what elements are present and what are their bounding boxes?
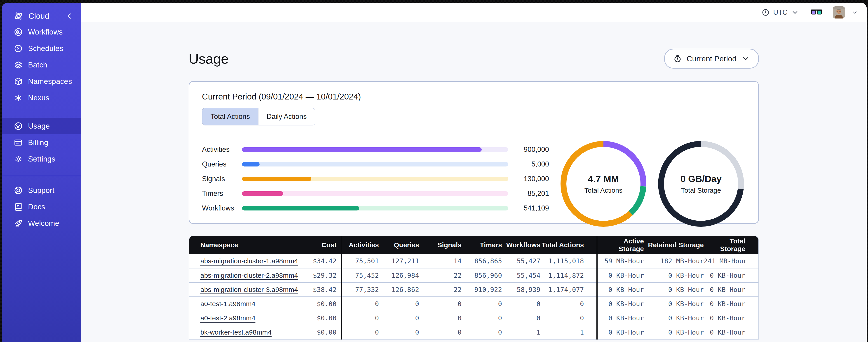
bar-value: 541,109	[515, 204, 549, 212]
sidebar-item-label: Nexus	[28, 94, 50, 102]
bar-track	[242, 147, 508, 152]
table-row: abs-migration-cluster-2.a98mm4$29.3275,4…	[189, 268, 759, 282]
cell-workflows: 0	[502, 311, 540, 325]
cell-total-storage: 241 MB-Hour	[704, 254, 759, 268]
cell-total-actions: 0	[540, 297, 597, 311]
table-row: abs-migration-cluster-1.a98mm4$34.4275,5…	[189, 254, 759, 268]
welcome-icon	[13, 218, 23, 228]
bar-fill	[242, 191, 283, 196]
sidebar-item-label: Billing	[28, 138, 48, 147]
sidebar-item-schedules[interactable]: Schedules	[2, 40, 81, 57]
bar-track	[242, 177, 508, 181]
donut-chart-total-storage: 0 GB/Day Total Storage	[657, 140, 745, 228]
sidebar-item-nexus[interactable]: Nexus	[2, 90, 81, 106]
feedback-glasses-button[interactable]	[811, 8, 823, 17]
content: Usage Current Period Current Period (09/…	[81, 22, 867, 342]
cell-timers: 0	[462, 325, 502, 339]
cell-active-storage: 0 KB-Hour	[597, 268, 644, 282]
support-icon	[13, 186, 23, 195]
cell-total-actions: 1,114,872	[540, 268, 597, 282]
namespace-link[interactable]: abs-migration-cluster-2.a98mm4	[200, 272, 298, 279]
sidebar-item-label: Docs	[28, 203, 45, 211]
avatar[interactable]	[833, 6, 845, 19]
namespace-usage-table-card: NamespaceCostActivitiesQueriesSignalsTim…	[189, 236, 759, 340]
cell-workflows: 55,454	[502, 268, 540, 282]
sidebar-item-welcome[interactable]: Welcome	[2, 215, 81, 232]
cell-workflows: 0	[502, 297, 540, 311]
bar-value: 900,000	[515, 145, 549, 153]
sidebar-item-label: Settings	[28, 155, 55, 163]
cell-cost: $0.00	[286, 297, 342, 311]
cell-workflows: 55,427	[502, 254, 540, 268]
actions-tab-group: Total Actions Daily Actions	[202, 108, 315, 126]
period-dropdown-button[interactable]: Current Period	[664, 49, 759, 69]
sidebar-item-namespaces[interactable]: Namespaces	[2, 73, 81, 90]
cell-timers: 910,922	[462, 282, 502, 297]
bar-row-timers: Timers 85,201	[202, 191, 549, 196]
brand-label: Cloud	[28, 11, 65, 21]
cell-workflows: 1	[502, 325, 540, 339]
bar-fill	[242, 162, 259, 167]
cell-retained-storage: 0 KB-Hour	[644, 297, 704, 311]
bar-label: Activities	[202, 145, 242, 153]
sidebar-item-settings[interactable]: Settings	[2, 151, 81, 167]
cell-retained-storage: 0 KB-Hour	[644, 282, 704, 297]
donut-value: 0 GB/Day	[680, 174, 722, 184]
cell-retained-storage: 182 MB-Hour	[644, 254, 704, 268]
cell-retained-storage: 0 KB-Hour	[644, 268, 704, 282]
cell-queries: 127,211	[379, 254, 419, 268]
bar-row-activities: Activities 900,000	[202, 147, 549, 152]
sidebar-item-label: Usage	[28, 122, 50, 130]
cell-signals: 0	[419, 311, 462, 325]
table-row: a0-test-2.a98mm4$0.000000000 KB-Hour0 KB…	[189, 311, 759, 325]
namespace-link[interactable]: bk-worker-test.a98mm4	[200, 329, 272, 336]
cell-retained-storage: 0 KB-Hour	[644, 311, 704, 325]
tab-total-actions[interactable]: Total Actions	[203, 108, 258, 125]
user-menu-chevron-icon[interactable]	[851, 9, 858, 16]
docs-icon	[13, 202, 23, 212]
sidebar-item-usage[interactable]: Usage	[2, 118, 81, 134]
tab-daily-actions[interactable]: Daily Actions	[258, 108, 315, 125]
namespace-link[interactable]: a0-test-1.a98mm4	[200, 300, 255, 307]
column-header-timers: Timers	[462, 236, 502, 254]
batch-icon	[13, 60, 23, 70]
cell-activities: 0	[342, 325, 379, 339]
sidebar-item-batch[interactable]: Batch	[2, 57, 81, 73]
cell-total-actions: 0	[540, 311, 597, 325]
bar-value: 85,201	[515, 190, 549, 198]
nexus-icon	[13, 93, 23, 103]
page-title: Usage	[189, 51, 229, 67]
timezone-selector[interactable]: UTC	[762, 8, 799, 17]
usage-donut-charts: 4.7 MM Total Actions 0 GB/Day Total Stor…	[559, 140, 745, 228]
namespace-cell: abs-migration-cluster-3.a98mm4	[189, 282, 286, 297]
sidebar-collapse-button[interactable]	[65, 11, 74, 21]
bar-track	[242, 191, 508, 196]
sidebar-item-billing[interactable]: Billing	[2, 134, 81, 151]
cell-activities: 75,452	[342, 268, 379, 282]
cell-activities: 0	[342, 311, 379, 325]
sidebar-item-workflows[interactable]: Workflows	[2, 24, 81, 40]
namespace-link[interactable]: abs-migration-cluster-1.a98mm4	[200, 257, 298, 265]
column-header-queries: Queries	[379, 236, 419, 254]
topbar: UTC	[81, 3, 867, 22]
stopwatch-icon	[673, 54, 682, 63]
bar-value: 130,000	[515, 175, 549, 183]
namespace-link[interactable]: a0-test-2.a98mm4	[200, 314, 255, 322]
chevron-left-icon	[65, 11, 74, 21]
sidebar-item-docs[interactable]: Docs	[2, 199, 81, 215]
cell-total-actions: 1,174,077	[540, 282, 597, 297]
cell-cost: $0.00	[286, 325, 342, 339]
cell-signals: 0	[419, 297, 462, 311]
donut-chart-total-actions: 4.7 MM Total Actions	[559, 140, 648, 228]
cell-active-storage: 0 KB-Hour	[597, 325, 644, 339]
namespace-link[interactable]: abs-migration-cluster-3.a98mm4	[200, 286, 298, 293]
sidebar-item-label: Welcome	[28, 219, 59, 228]
sidebar-item-support[interactable]: Support	[2, 182, 81, 199]
cell-timers: 0	[462, 311, 502, 325]
bar-label: Workflows	[202, 204, 242, 212]
column-header-total-actions: Total Actions	[540, 236, 597, 254]
sidebar-item-label: Schedules	[28, 44, 63, 53]
main-area: UTC Usage	[81, 3, 867, 342]
cell-signals: 0	[419, 325, 462, 339]
donut-label: Total Storage	[681, 186, 721, 194]
